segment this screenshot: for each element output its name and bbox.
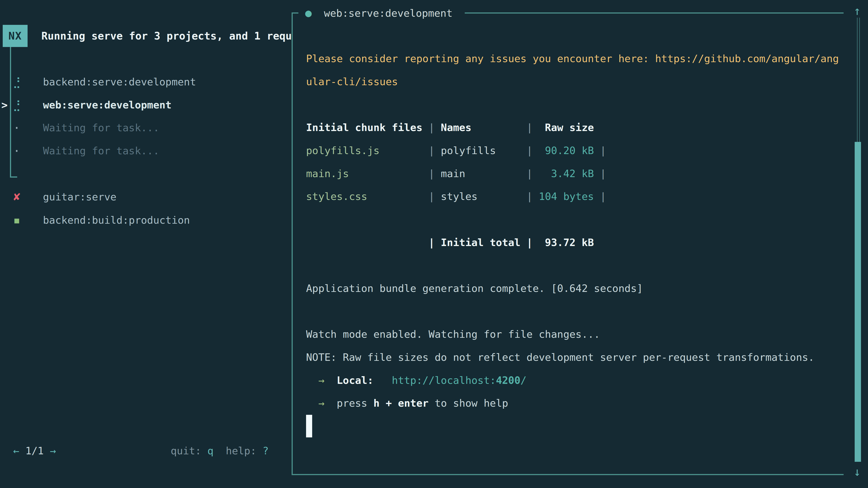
terminal-text: |: [594, 191, 606, 202]
terminal-text: Names: [441, 122, 471, 133]
scroll-down-arrow-icon[interactable]: ↓: [850, 465, 864, 479]
terminal-text: Local:: [337, 375, 373, 386]
nx-terminal-ui: { "colors": { "background": "#152a33", "…: [0, 0, 868, 488]
terminal-text: |: [471, 122, 539, 133]
page-indicator: 1/1: [25, 445, 43, 457]
quit-label: quit:: [170, 445, 201, 457]
terminal-line-13: NOTE: Raw file sizes do not reflect deve…: [306, 346, 814, 369]
terminal-text: |: [477, 191, 539, 202]
task-row-backend-build[interactable]: ▪ backend:build:production: [0, 209, 291, 232]
sidebar-title: Running serve for 3 projects, and 1 requ: [41, 25, 291, 47]
selected-chevron-icon: >: [1, 94, 8, 117]
panel-header: ● web:serve:development: [305, 1, 453, 24]
task-label: backend:serve:development: [43, 70, 196, 94]
terminal-text: Application bundle generation complete. …: [306, 283, 643, 294]
spinner-icon: ⣘: [12, 70, 22, 94]
terminal-line-4: polyfills.js | polyfills | 90.20 kB |: [306, 139, 606, 162]
quit-key: q: [208, 445, 214, 457]
local-url-port[interactable]: 4200: [496, 375, 520, 386]
terminal-text: main: [441, 168, 465, 180]
page-prev-arrow-icon[interactable]: ←: [13, 445, 19, 457]
task-row-waiting-1[interactable]: · Waiting for task...: [0, 116, 291, 139]
scrollbar-thumb[interactable]: [855, 142, 861, 462]
task-label: web:serve:development: [43, 94, 172, 117]
terminal-text: polyfills: [441, 144, 496, 157]
terminal-line-12: Watch mode enabled. Watching for file ch…: [306, 323, 600, 346]
terminal-text: Please consider reporting any issues you…: [306, 53, 839, 65]
terminal-line-15: → press h + enter to show help: [306, 392, 508, 415]
terminal-text: [324, 375, 337, 386]
terminal-line-5: main.js | main | 3.42 kB |: [306, 162, 606, 185]
terminal-text: |: [496, 144, 539, 157]
terminal-text: Watch mode enabled. Watching for file ch…: [306, 328, 600, 340]
arrow-icon: →: [318, 375, 324, 386]
terminal-text: [373, 375, 392, 386]
status-dot-icon: ●: [305, 6, 312, 19]
terminal-text: press: [324, 397, 373, 409]
terminal-line-10: Application bundle generation complete. …: [306, 277, 643, 300]
pending-dot-icon: ·: [12, 116, 22, 139]
terminal-line-0: Please consider reporting any issues you…: [306, 47, 839, 70]
scroll-up-arrow-icon[interactable]: ↑: [850, 4, 864, 18]
terminal-cursor: [306, 415, 312, 437]
local-url-link[interactable]: http://localhost:: [392, 375, 496, 386]
panel-border-left: [291, 12, 293, 475]
terminal-text: styles.css: [306, 191, 367, 202]
panel-title: web:serve:development: [324, 7, 453, 19]
task-label: backend:build:production: [43, 209, 190, 232]
task-row-guitar-serve[interactable]: ✘ guitar:serve: [0, 186, 291, 208]
terminal-text: Initial chunk files: [306, 122, 423, 133]
terminal-text: |: [379, 144, 441, 157]
terminal-text: h + enter: [373, 397, 429, 409]
task-row-backend-serve[interactable]: ⣘ backend:serve:development: [0, 70, 291, 94]
page-next-arrow-icon[interactable]: →: [50, 445, 56, 457]
local-url-slash[interactable]: /: [520, 375, 526, 386]
pagination: ← 1/1 →: [13, 440, 56, 462]
terminal-line-8: | Initial total | 93.72 kB: [306, 231, 594, 254]
terminal-text: 104 bytes: [539, 191, 594, 202]
terminal-text: styles: [441, 191, 477, 202]
task-row-waiting-2[interactable]: · Waiting for task...: [0, 139, 291, 162]
terminal-text: main.js: [306, 168, 349, 180]
terminal-line-3: Initial chunk files | Names | Raw size: [306, 116, 594, 139]
panel-border-top-stub: [291, 12, 298, 13]
terminal-text: [306, 375, 318, 386]
failed-cross-icon: ✘: [12, 186, 22, 208]
spinner-icon: ⣘: [12, 94, 22, 117]
terminal-text: polyfills.js: [306, 144, 379, 157]
terminal-text: ular-cli/issues: [306, 76, 398, 88]
task-label: Waiting for task...: [43, 116, 159, 139]
nx-logo: NX: [3, 25, 28, 47]
terminal-text: |: [423, 122, 441, 133]
task-label: Waiting for task...: [43, 139, 159, 162]
scrollbar-track[interactable]: [859, 18, 860, 142]
scrollbar-track[interactable]: [857, 18, 858, 142]
terminal-text: [306, 397, 318, 409]
terminal-line-6: styles.css | styles | 104 bytes |: [306, 185, 606, 208]
terminal-text: 3.42 kB: [539, 168, 594, 180]
success-square-icon: ▪: [12, 209, 22, 232]
terminal-text: |: [594, 144, 606, 157]
panel-border-bottom: [291, 474, 844, 475]
terminal-text: 90.20 kB: [539, 144, 594, 157]
terminal-line-14: → Local: http://localhost:4200/: [306, 369, 526, 392]
help-key: ?: [262, 445, 269, 457]
terminal-text: |: [465, 168, 539, 180]
task-label: guitar:serve: [43, 186, 116, 208]
arrow-icon: →: [318, 397, 324, 409]
terminal-text: Raw size: [539, 122, 594, 133]
terminal-text: |: [349, 168, 441, 180]
help-label: help:: [226, 445, 256, 457]
task-row-web-serve[interactable]: > ⣘ web:serve:development: [0, 94, 291, 117]
terminal-text: | Initial total | 93.72 kB: [306, 236, 594, 249]
pending-dot-icon: ·: [12, 139, 22, 162]
keyboard-shortcuts: quit: q help: ?: [170, 440, 269, 462]
terminal-line-1: ular-cli/issues: [306, 70, 398, 93]
panel-border-top: [465, 12, 844, 13]
terminal-text: to show help: [429, 397, 508, 409]
terminal-text: |: [367, 191, 441, 202]
terminal-text: NOTE: Raw file sizes do not reflect deve…: [306, 351, 814, 363]
task-output-panel: ● web:serve:development Please consider …: [291, 0, 868, 488]
terminal-text: |: [594, 168, 606, 180]
sidebar: NX Running serve for 3 projects, and 1 r…: [0, 0, 291, 488]
